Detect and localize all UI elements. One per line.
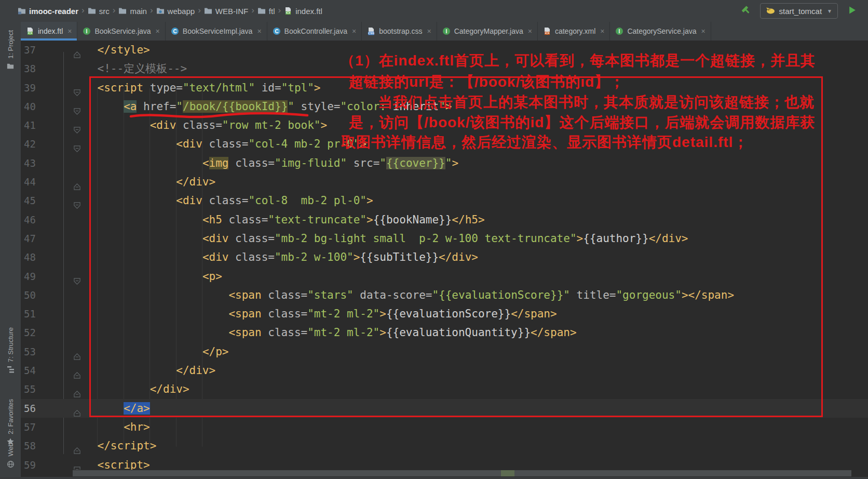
fold-gutter[interactable] (44, 286, 71, 304)
interface-icon: I (83, 27, 91, 35)
code-token: <h5 (202, 214, 222, 226)
code-text: <h5 class="text-truncate">{{bookName}}</… (71, 210, 868, 229)
fold-gutter[interactable] (44, 210, 71, 229)
fold-gutter[interactable] (44, 172, 71, 191)
fold-gutter[interactable] (44, 323, 71, 342)
breadcrumb-item[interactable]: WEB-INF (204, 7, 248, 16)
code-line[interactable]: 37 </style> (21, 41, 868, 59)
fold-gutter[interactable] (44, 418, 71, 436)
tab-index.ftl[interactable]: <>index.ftl× (21, 22, 77, 41)
code-token: " (445, 157, 452, 169)
tool-window-button-web[interactable]: Web (0, 443, 21, 470)
close-icon[interactable]: × (701, 27, 706, 35)
tool-window-button-favorites[interactable]: 2: Favorites (0, 399, 21, 447)
close-icon[interactable]: × (156, 27, 160, 35)
code-line[interactable]: 42 <div class="col-4 mb-2 pr-0"> (21, 135, 868, 153)
fold-gutter[interactable] (44, 191, 71, 210)
code-line[interactable]: 55 </div> (21, 380, 868, 398)
fold-gutter[interactable] (44, 154, 71, 172)
code-line[interactable]: 57 <hr> (21, 418, 868, 436)
code-token: > (360, 138, 367, 150)
code-line[interactable]: 59 <script> (21, 456, 868, 470)
fold-gutter[interactable] (44, 41, 71, 59)
build-button[interactable] (739, 4, 753, 18)
tab-BookServiceImpl.java[interactable]: CBookServiceImpl.java× (166, 22, 267, 41)
run-config-select[interactable]: start_tomcat ▼ (760, 3, 838, 19)
code-token: {{evaluationQuantity}} (386, 326, 531, 339)
code-line[interactable]: 47 <div class="mb-2 bg-light small p-2 w… (21, 229, 868, 248)
breadcrumb-item[interactable]: main (118, 7, 147, 16)
project-folder-icon (18, 7, 26, 15)
close-icon[interactable]: × (427, 27, 431, 35)
close-icon[interactable]: × (600, 27, 604, 35)
tab-CategoryService.java[interactable]: ICategoryService.java× (610, 22, 711, 41)
code-token: "mb-2 w-100" (275, 251, 354, 263)
line-number: 41 (21, 116, 44, 135)
breadcrumb-item[interactable]: <>index.ftl (284, 7, 322, 16)
code-token: "col-8 mb-2 pl-0" (248, 194, 367, 207)
close-icon[interactable]: × (67, 27, 72, 35)
fold-gutter[interactable] (44, 116, 71, 135)
tab-bootstrap.css[interactable]: CSSbootstrap.css× (362, 22, 437, 41)
code-line[interactable]: 38 <!--定义模板--> (21, 59, 868, 78)
code-line[interactable]: 54 </div> (21, 361, 868, 380)
code-line[interactable]: 52 <span class="mt-2 ml-2">{{evaluationQ… (21, 323, 868, 342)
tab-CategoryMapper.java[interactable]: ICategoryMapper.java× (437, 22, 538, 41)
code-token: > (445, 100, 452, 113)
tool-window-button-project[interactable]: 1: Project (0, 30, 21, 72)
close-icon[interactable]: × (257, 27, 261, 35)
tool-window-button-structure[interactable]: 7: Structure (0, 327, 21, 375)
horizontal-scrollbar[interactable] (21, 470, 868, 477)
breadcrumb-item[interactable]: webapp (156, 7, 195, 16)
code-line[interactable]: 39 <script type="text/html" id="tpl"> (21, 78, 868, 97)
code-token (71, 194, 176, 207)
breadcrumb-item[interactable]: imooc-reader (18, 7, 78, 16)
fold-gutter[interactable] (44, 229, 71, 248)
close-icon[interactable]: × (528, 27, 532, 35)
breadcrumb-item[interactable]: src (88, 7, 110, 16)
code-line[interactable]: 53 </p> (21, 342, 868, 361)
code-line[interactable]: 43 <img class="img-fluid" src="{{cover}}… (21, 154, 868, 172)
code-line[interactable]: 49 <p> (21, 267, 868, 286)
breadcrumb-item[interactable]: ftl (257, 7, 275, 16)
fold-gutter[interactable] (44, 361, 71, 380)
fold-gutter[interactable] (44, 456, 71, 470)
code-line[interactable]: 50 <span class="stars" data-score="{{eva… (21, 286, 868, 304)
code-line[interactable]: 56 </a> (21, 399, 868, 418)
fold-gutter[interactable] (44, 436, 71, 455)
code-token: class= (209, 138, 249, 150)
tab-BookController.java[interactable]: CBookController.java× (267, 22, 362, 41)
breadcrumb-label: WEB-INF (215, 7, 248, 16)
close-icon[interactable]: × (352, 27, 356, 35)
code-token: > (379, 308, 386, 320)
fold-gutter[interactable] (44, 304, 71, 323)
tab-label: BookServiceImpl.java (183, 27, 253, 35)
tool-window-label: 7: Structure (7, 327, 15, 362)
fold-gutter[interactable] (44, 342, 71, 361)
code-line[interactable]: 44 </div> (21, 172, 868, 191)
scrollbar-thumb[interactable] (73, 470, 851, 476)
code-line[interactable]: 45 <div class="col-8 mb-2 pl-0"> (21, 191, 868, 210)
code-token: > (354, 251, 360, 263)
code-line[interactable]: 46 <h5 class="text-truncate">{{bookName}… (21, 210, 868, 229)
fold-gutter[interactable] (44, 248, 71, 267)
code-line[interactable]: 41 <div class="row mt-2 book"> (21, 116, 868, 135)
fold-gutter[interactable] (44, 380, 71, 398)
fold-gutter[interactable] (44, 78, 71, 97)
code-line[interactable]: 48 <div class="mb-2 w-100">{{subTitle}}<… (21, 248, 868, 267)
fold-gutter[interactable] (44, 135, 71, 153)
fold-gutter[interactable] (44, 267, 71, 286)
tab-BookService.java[interactable]: IBookService.java× (77, 22, 165, 41)
code-token (71, 289, 228, 301)
run-controls: start_tomcat ▼ (739, 3, 868, 19)
code-token (176, 119, 183, 131)
code-line[interactable]: 58 </script> (21, 436, 868, 455)
code-line[interactable]: 51 <span class="mt-2 ml-2">{{evaluationS… (21, 304, 868, 323)
fold-gutter[interactable] (44, 399, 71, 418)
tab-category.xml[interactable]: <>category.xml× (538, 22, 611, 41)
code-line[interactable]: 40 <a href="/book/{{bookId}}" style="col… (21, 97, 868, 116)
fold-gutter[interactable] (44, 59, 71, 78)
run-button[interactable] (845, 4, 859, 18)
code-area[interactable]: 37 </style>38 <!--定义模板-->39 <script type… (21, 41, 868, 470)
fold-gutter[interactable] (44, 97, 71, 116)
